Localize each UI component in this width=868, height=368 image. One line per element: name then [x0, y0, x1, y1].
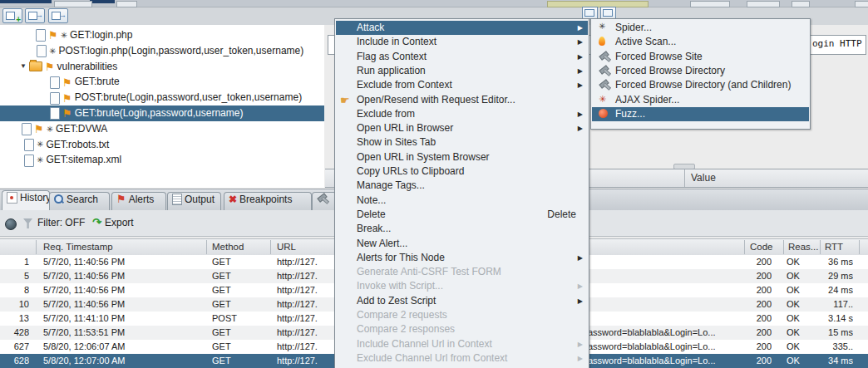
request-header-text: ogin HTTP	[812, 38, 862, 49]
globe-icon[interactable]	[5, 218, 17, 230]
alert-flag-icon: ⚑	[116, 194, 126, 204]
column-divider[interactable]	[820, 240, 821, 254]
tab-hammer[interactable]	[312, 192, 337, 210]
menu-item-run-application[interactable]: Run application▶	[336, 64, 588, 78]
tree-item[interactable]: ⚑✳GET:login.php	[0, 27, 324, 43]
menu-item-show-in-sites-tab[interactable]: Show in Sites Tab	[336, 135, 588, 150]
menu-item-label: Include Channel Url in Context	[357, 337, 492, 351]
cell-rtt: 117..	[820, 297, 853, 312]
tab-history[interactable]: History	[2, 190, 50, 210]
cell-url: http://127.	[277, 283, 334, 297]
cell-code: 200	[742, 326, 772, 340]
menu-item-label: Invoke with Script...	[357, 279, 443, 293]
attack-submenu: ✳Spider...Active Scan...Forced Browse Si…	[590, 18, 811, 130]
submenu-item-ajax-spider[interactable]: ✳AJAX Spider...	[592, 93, 809, 107]
tree-item[interactable]: ⚑POST:brute(Login,password,user_token,us…	[0, 90, 324, 105]
output-icon	[172, 194, 182, 205]
window-edge	[0, 0, 868, 7]
menu-item-include-in-context[interactable]: Include in Context▶	[336, 35, 588, 49]
top-tab-sliver	[54, 1, 92, 7]
cell-reason: OK	[787, 326, 818, 340]
submenu-item-spider[interactable]: ✳Spider...	[592, 21, 809, 35]
menu-item-attack[interactable]: Attack▶	[336, 21, 588, 35]
tab-label: Output	[185, 194, 215, 205]
menu-item-open-resend-with-request-editor[interactable]: ☛Open/Resend with Request Editor...	[336, 93, 588, 107]
history-icon	[7, 192, 17, 204]
submenu-item-active-scan[interactable]: Active Scan...	[592, 35, 809, 49]
menu-item-exclude-from-context[interactable]: Exclude from Context▶	[336, 78, 588, 92]
menu-item-open-url-in-system-browser[interactable]: Open URL in System Browser	[336, 150, 588, 164]
menu-item-manage-tags[interactable]: Manage Tags...	[336, 179, 588, 193]
menu-item-break[interactable]: Break...	[336, 222, 588, 236]
cell-num: 13	[0, 312, 29, 326]
menu-item-note[interactable]: Note...	[336, 194, 588, 208]
export-icon[interactable]: ↷	[92, 217, 101, 228]
tree-item[interactable]: ⚑GET:brute(Login,password,username)	[0, 105, 324, 121]
cell-url2: assword=blablabla&Login=Lo...	[588, 326, 742, 340]
panel-layout-button[interactable]	[600, 7, 616, 19]
column-divider[interactable]	[783, 240, 784, 254]
column-divider	[684, 169, 685, 187]
filter-funnel-icon[interactable]	[23, 218, 32, 228]
menu-item-add-to-zest-script[interactable]: Add to Zest Script▶	[336, 294, 588, 308]
col-header-reason[interactable]: Reas...	[788, 239, 818, 254]
submenu-item-forced-browse-directory-and-children[interactable]: Forced Browse Directory (and Children)	[592, 78, 809, 92]
top-tab-sliver	[690, 1, 730, 7]
filter-status-label[interactable]: Filter: OFF	[37, 217, 85, 228]
cell-ts: 5/7/20, 11:40:56 PM	[43, 283, 205, 297]
export-label[interactable]: Export	[105, 217, 134, 228]
tab-breakpoints[interactable]: ✖Breakpoints	[224, 192, 312, 210]
page-icon	[37, 45, 47, 57]
panel-layout-button[interactable]	[582, 7, 598, 19]
top-tab-sliver	[855, 1, 868, 7]
column-divider[interactable]	[744, 240, 745, 254]
menu-item-copy-urls-to-clipboard[interactable]: Copy URLs to Clipboard	[336, 164, 588, 179]
tree-item[interactable]: ✳GET:robots.txt	[0, 137, 324, 153]
cell-code: 200	[742, 269, 772, 283]
menu-item-new-alert[interactable]: New Alert...	[336, 237, 588, 251]
submenu-item-forced-browse-directory[interactable]: Forced Browse Directory	[592, 64, 809, 78]
tree-item[interactable]: ⚑GET:brute	[0, 74, 324, 90]
tree-item[interactable]: ✳GET:sitemap.xml	[0, 152, 324, 168]
column-divider[interactable]	[859, 240, 860, 254]
page-icon	[24, 139, 34, 151]
submenu-arrow-icon: ▶	[578, 351, 583, 366]
fuzz-icon	[599, 109, 608, 118]
tree-item[interactable]: ▼⚑vulnerabilities	[0, 59, 324, 75]
col-header-url[interactable]: URL	[277, 239, 296, 254]
col-header-code[interactable]: Code	[750, 239, 773, 254]
menu-item-exclude-from[interactable]: Exclude from▶	[336, 107, 588, 121]
menu-item-label: Exclude Channel Url from Context	[357, 351, 507, 366]
tree-item-label: GET:brute	[75, 76, 120, 87]
menu-item-alerts-for-this-node[interactable]: Alerts for This Node▶	[336, 251, 588, 265]
col-header-rtt[interactable]: RTT	[825, 239, 843, 254]
submenu-arrow-icon: ▶	[578, 121, 583, 135]
submenu-arrow-icon: ▶	[578, 337, 583, 351]
menu-item-flag-as-context[interactable]: Flag as Context▶	[336, 50, 588, 64]
page-icon	[50, 107, 60, 120]
tab-search[interactable]: Search	[49, 192, 110, 210]
value-column-header[interactable]: Value	[691, 169, 716, 187]
col-header-method[interactable]: Method	[212, 239, 244, 254]
tree-item[interactable]: ⚑✳GET:DVWA	[0, 121, 324, 137]
request-editor-layout-button[interactable]: →	[48, 8, 68, 23]
cell-reason: OK	[787, 312, 818, 326]
hammer-icon	[599, 80, 610, 91]
menu-item-open-url-in-browser[interactable]: Open URL in Browser▶	[336, 121, 588, 135]
flag-icon: ⚑	[62, 108, 72, 119]
request-editor-new-button[interactable]: +	[2, 8, 22, 23]
column-divider[interactable]	[36, 240, 37, 254]
flag-icon: ⚑	[62, 93, 72, 104]
cell-code: 200	[742, 283, 772, 297]
submenu-item-forced-browse-site[interactable]: Forced Browse Site	[592, 50, 809, 64]
tab-alerts[interactable]: ⚑Alerts	[111, 192, 166, 210]
request-editor-layout-button[interactable]: →	[25, 8, 45, 23]
col-header-timestamp[interactable]: Req. Timestamp	[43, 239, 113, 254]
column-divider[interactable]	[270, 240, 271, 254]
submenu-item-fuzz[interactable]: Fuzz...	[592, 107, 809, 121]
tree-item[interactable]: ✳POST:login.php(Login,password,user_toke…	[0, 43, 324, 59]
tab-output[interactable]: Output	[167, 192, 221, 210]
column-divider[interactable]	[206, 240, 207, 254]
menu-item-delete[interactable]: DeleteDelete	[336, 208, 588, 222]
window-icon	[584, 9, 594, 17]
